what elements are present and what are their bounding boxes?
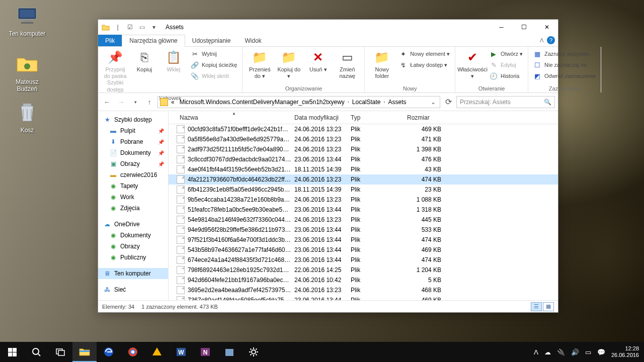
tray-chevron-icon[interactable]: ᐱ — [534, 348, 538, 356]
nav-folder[interactable]: ◉Zdjęcia — [98, 203, 168, 214]
table-row[interactable]: 543b58b97e4636627a1e77faf46d60891e35...2… — [169, 245, 558, 255]
breadcrumb-seg[interactable]: Microsoft.Windows.ContentDeliveryManager… — [178, 99, 347, 106]
chevron-right-icon[interactable]: › — [384, 100, 385, 105]
table-row[interactable]: 674ece24a1a424f88435f3d721c468d2b5f1...2… — [169, 255, 558, 265]
breadcrumb-seg[interactable]: LocalState — [350, 99, 383, 106]
tray-clock[interactable]: 12:28 26.06.2016 — [611, 345, 639, 358]
tab-share[interactable]: Udostępnianie — [185, 35, 238, 46]
nav-folder[interactable]: ◉Obrazy — [98, 241, 168, 252]
taskbar-word[interactable]: W — [169, 342, 193, 362]
search-input[interactable]: Przeszukaj: Assets 🔍 — [456, 96, 555, 108]
tab-view[interactable]: Widok — [237, 35, 268, 46]
refresh-button[interactable]: ⟳ — [442, 96, 454, 108]
titlebar[interactable]: | ☑ ▭ ▾ Assets ─ ☐ ✕ — [98, 20, 558, 35]
col-date[interactable]: Data modyfikacji — [291, 114, 348, 121]
address-bar[interactable]: « Microsoft.Windows.ContentDeliveryManag… — [157, 96, 440, 108]
nav-documents[interactable]: 📄Dokumenty📌 — [98, 147, 168, 158]
table-row[interactable]: 54e9814ba2146f49e632f73360c044183a1e...2… — [169, 215, 558, 225]
tray-network-icon[interactable]: 🔌 — [557, 348, 565, 356]
start-button[interactable] — [0, 342, 24, 362]
easyaccess-button[interactable]: ↯Łatwy dostęp ▾ — [397, 59, 452, 70]
table-row[interactable]: 798f68924463e128eb1925c7932d146b678c...2… — [169, 265, 558, 275]
help-icon[interactable]: ? — [547, 36, 555, 44]
nav-downloads[interactable]: ⬇Pobrane📌 — [98, 136, 168, 147]
qat-properties-icon[interactable]: ☑ — [124, 22, 135, 33]
forward-button[interactable]: → — [115, 96, 127, 108]
table-row[interactable]: 9b5ec4ccaba14238a721e160b8b9a0fe9e1...24… — [169, 195, 558, 205]
tray-onedrive-icon[interactable]: ☁ — [544, 348, 551, 356]
nav-quickaccess[interactable]: ★Szybki dostęp — [98, 114, 168, 125]
properties-button[interactable]: ✔Właściwości ▾ — [458, 48, 487, 80]
nav-thispc[interactable]: 🖥Ten komputer — [98, 268, 168, 279]
taskbar-chrome[interactable] — [121, 342, 145, 362]
breadcrumb-seg[interactable]: Assets — [386, 99, 409, 106]
taskbar-app[interactable] — [145, 342, 169, 362]
nav-folder[interactable]: ◉Publiczny — [98, 252, 168, 263]
maximize-button[interactable]: ☐ — [513, 20, 535, 35]
table-row[interactable]: 4ae0f41fbf4a4f3159c56eeb52b3d2138804...1… — [169, 164, 558, 174]
pasteshortcut-button[interactable]: 📎Wklej skrót — [189, 70, 239, 81]
nav-folder[interactable]: ◉Tapety — [98, 180, 168, 192]
col-name[interactable]: Nazwa▲ — [177, 114, 291, 121]
taskbar-explorer[interactable] — [72, 342, 97, 362]
col-size[interactable]: Rozmiar — [404, 114, 444, 121]
table-row[interactable]: 3695e2d2ea4beaa9adf7ef425739751d3315...2… — [169, 285, 558, 295]
table-row[interactable]: 7367e80acf148fdac5085eef5cfda75dc7236...… — [169, 295, 558, 300]
desktop-icon-recyclebin[interactable]: Kosz — [8, 101, 46, 134]
tray-volume-icon[interactable]: 🔊 — [571, 348, 579, 356]
table-row[interactable]: 6fb41239c1eb8f5a05ed496cc2945b6b05e9...1… — [169, 185, 558, 195]
selectnone-button[interactable]: ☐Nie zaznaczaj nic — [531, 59, 598, 70]
copypath-button[interactable]: 🔗Kopiuj ścieżkę — [189, 59, 239, 70]
up-button[interactable]: ↑ — [143, 96, 155, 108]
table-row[interactable]: 97f521f3b4160f6a64e700f3d1ddc3bcdeb0...2… — [169, 235, 558, 245]
desktop-icon-userfolder[interactable]: Mateusz Budzeń — [8, 52, 46, 93]
breadcrumb-prefix[interactable]: « — [169, 99, 177, 106]
delete-button[interactable]: ✕Usuń ▾ — [304, 48, 332, 74]
table-row[interactable]: 00cfd93c8fa571f0befff1de9c242b1f0318e...… — [169, 124, 558, 134]
copy-button[interactable]: ⎘Kopiuj — [130, 48, 158, 74]
tray-language-icon[interactable]: ▭ — [585, 348, 591, 356]
view-details-button[interactable]: ☰ — [531, 302, 542, 311]
cortana-button[interactable] — [24, 342, 48, 362]
nav-desktop[interactable]: ▬Pulpit📌 — [98, 125, 168, 136]
nav-pictures[interactable]: ▣Obrazy📌 — [98, 158, 168, 169]
taskbar-app[interactable] — [217, 342, 242, 362]
moveto-button[interactable]: 📁Przenieś do ▾ — [246, 48, 274, 80]
rename-button[interactable]: ▭Zmień nazwę — [333, 48, 361, 80]
view-largeicons-button[interactable]: ▦ — [543, 302, 554, 311]
table-row[interactable]: 51feafcc78feb1a0bc5ee9b30eabe5dcd8ab...2… — [169, 205, 558, 215]
taskbar-onenote[interactable]: N — [193, 342, 217, 362]
minimize-button[interactable]: ─ — [490, 20, 513, 35]
newitem-button[interactable]: ✦Nowy element ▾ — [397, 48, 452, 59]
nav-network[interactable]: 🖧Sieć — [98, 284, 168, 295]
open-button[interactable]: ▶Otwórz ▾ — [488, 48, 525, 59]
qat-dropdown-icon[interactable]: ▾ — [148, 22, 159, 33]
nav-pane[interactable]: ★Szybki dostęp ▬Pulpit📌 ⬇Pobrane📌 📄Dokum… — [98, 111, 169, 300]
address-dropdown-icon[interactable]: ⌄ — [429, 99, 438, 106]
table-row[interactable]: 4fa21217936607bf0dc464623db22ffcf9726...… — [169, 174, 558, 185]
taskbar-settings[interactable] — [242, 342, 266, 362]
edit-button[interactable]: ✎Edytuj — [488, 59, 525, 70]
paste-button[interactable]: 📋Wklej — [159, 48, 188, 74]
chevron-right-icon[interactable]: › — [348, 100, 349, 105]
selectall-button[interactable]: ▦Zaznacz wszystko — [531, 48, 598, 59]
copyto-button[interactable]: 📁Kopiuj do ▾ — [275, 48, 303, 80]
tray-notifications-icon[interactable]: 💬 — [597, 348, 605, 356]
col-type[interactable]: Typ — [348, 114, 404, 121]
nav-folder[interactable]: ◉Work — [98, 192, 168, 203]
nav-folder[interactable]: ▬czerwiec2016 — [98, 169, 168, 180]
table-row[interactable]: 2adf973d25f2111b5fd5c7de04a890c97c79...2… — [169, 144, 558, 154]
table-row[interactable]: 94e9d956f28b29ffef5e386d211b973d996c...2… — [169, 225, 558, 235]
recent-dropdown[interactable]: ▾ — [129, 96, 141, 108]
table-row[interactable]: 0a5f856e8d7a430d9e8e6d925779aeda584...24… — [169, 134, 558, 144]
close-button[interactable]: ✕ — [535, 20, 558, 35]
table-row[interactable]: 3c8ccdf30767dd9edacbdc9aa02174b89b9...23… — [169, 154, 558, 164]
taskview-button[interactable] — [48, 342, 72, 362]
ribbon-collapse-icon[interactable]: ᐱ — [540, 37, 544, 44]
taskbar-edge[interactable] — [97, 342, 121, 362]
invert-button[interactable]: ◩Odwróć zaznaczenie — [531, 70, 598, 81]
nav-folder[interactable]: ◉Dokumenty — [98, 230, 168, 241]
tab-home[interactable]: Narzędzia główne — [122, 35, 185, 47]
table-row[interactable]: 942d6604fefe21bb1f9167a96ba0ec6ceaee...2… — [169, 275, 558, 285]
systray[interactable]: ᐱ ☁ 🔌 🔊 ▭ 💬 12:28 26.06.2016 — [529, 342, 644, 362]
